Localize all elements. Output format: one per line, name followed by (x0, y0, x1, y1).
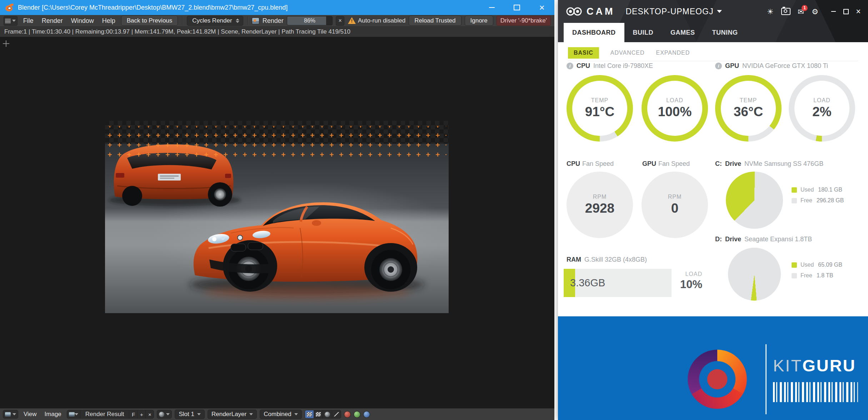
reload-trusted-button[interactable]: Reload Trusted (409, 16, 461, 26)
info-editor-icon (5, 19, 11, 23)
tab-games[interactable]: GAMES (662, 23, 704, 42)
editor-type-button[interactable] (4, 16, 18, 26)
footer-menu-image[interactable]: Image (42, 410, 64, 419)
hostname-dropdown[interactable]: DESKTOP-UPMEOGJ (626, 7, 722, 16)
divider (765, 344, 767, 414)
render-result-image (105, 121, 449, 313)
drive-d-pie (728, 248, 781, 301)
ram-header: RAM G.Skill 32GB (4x8GB) (567, 256, 647, 263)
draw-color-toggle[interactable] (314, 410, 323, 419)
cam-top-bar: CAM DESKTOP-UPMEOGJ ☀ ✉1 ⚙ × DASHBOARD B… (558, 0, 868, 42)
gpu-temp-value: 36°C (734, 104, 763, 119)
channel-red-toggle[interactable] (344, 411, 351, 418)
messages-icon[interactable]: ✉1 (798, 8, 804, 15)
zbuffer-icon (325, 412, 330, 417)
fake-user-button[interactable]: F (129, 410, 138, 419)
channel-green-toggle[interactable] (354, 411, 360, 418)
chevron-down-icon (294, 413, 298, 415)
editor-type-button[interactable] (3, 410, 18, 419)
cpu-name: Intel Core i9-7980XE (593, 62, 653, 70)
render-engine-select[interactable]: Cycles Render (187, 16, 243, 26)
image-name-field[interactable]: Render Result (80, 410, 130, 419)
maximize-button[interactable] (504, 0, 529, 15)
subtab-expanded[interactable]: EXPANDED (656, 47, 690, 59)
tab-dashboard[interactable]: DASHBOARD (564, 23, 624, 42)
drive-d-header: D: Drive Seagate Expansi 1.8TB (715, 236, 812, 243)
drive-d-name: Seagate Expansi 1.8TB (744, 236, 812, 243)
brightness-icon[interactable]: ☀ (767, 8, 774, 15)
checker-icon (307, 412, 312, 416)
minimize-button[interactable] (479, 0, 504, 15)
chevron-down-icon (13, 413, 16, 415)
ram-label: RAM (567, 256, 581, 263)
gpu-rpm-value: 0 (671, 201, 679, 216)
legend-used: Used180.1 GB (792, 187, 844, 193)
kitguru-logo-icon (684, 346, 751, 413)
render-stats-text: Frame:1 | Time:01:30.40 | Remaining:00:1… (4, 28, 350, 35)
tab-tuning[interactable]: TUNING (704, 23, 747, 42)
gpu-label: GPU (725, 62, 739, 70)
unlink-image-button[interactable]: × (145, 410, 154, 419)
draw-exposure-toggle[interactable] (332, 410, 341, 419)
render-progress-bar: 86% (287, 16, 333, 25)
cpu-label: CPU (577, 62, 590, 70)
used-swatch (792, 262, 797, 268)
legend-free: Free296.28 GB (792, 197, 844, 204)
gauge-label: LOAD (666, 97, 683, 104)
menu-render[interactable]: Render (39, 16, 65, 26)
cpu-load-gauge: LOAD100% (642, 75, 708, 142)
gpu-fan-gauge: RPM 0 (642, 172, 708, 238)
free-label: Free (800, 272, 812, 279)
2d-cursor-icon (3, 40, 9, 47)
drive-c-header: C: Drive NVMe Samsung SS 476GB (715, 160, 823, 168)
subtab-advanced[interactable]: ADVANCED (610, 47, 645, 59)
slot-select[interactable]: Slot 1 (175, 410, 204, 419)
cam-minimize-button[interactable] (829, 8, 837, 15)
camera-icon[interactable] (781, 8, 790, 15)
back-to-previous-button[interactable]: Back to Previous (121, 16, 178, 26)
gauge-label: TEMP (591, 97, 608, 104)
tab-build[interactable]: BUILD (624, 23, 662, 42)
blender-window: Blender [C:\Users\Corey McThreadripper\D… (0, 0, 554, 420)
pivot-button[interactable] (157, 410, 172, 419)
channel-blue-toggle[interactable] (363, 411, 370, 418)
ram-name: G.Skill 32GB (4x8GB) (584, 256, 647, 263)
renderlayer-select[interactable]: RenderLayer (208, 410, 257, 419)
renderpass-select[interactable]: Combined (260, 410, 302, 419)
cpu-fan-bold: CPU (567, 160, 580, 168)
barcode (773, 382, 858, 402)
gpu-load-value: 2% (812, 104, 831, 119)
render-tile-markers (107, 126, 447, 162)
render-label: Render (263, 17, 284, 25)
engine-value: Cycles Render (192, 17, 232, 24)
menu-window[interactable]: Window (69, 16, 96, 26)
settings-gear-icon[interactable]: ⚙ (812, 8, 818, 15)
close-button[interactable]: × (529, 0, 554, 15)
chevron-down-icon (166, 413, 170, 415)
progress-text: 86% (287, 16, 333, 25)
chevron-down-icon (12, 20, 16, 22)
cancel-render-button[interactable]: × (336, 16, 344, 26)
ignore-button[interactable]: Ignore (465, 16, 493, 26)
legend-used: Used65.09 GB (792, 262, 842, 268)
cpu-load-value: 100% (658, 104, 692, 119)
image-editor-viewport (0, 37, 554, 409)
draw-alpha-toggle[interactable] (305, 410, 314, 419)
minimize-icon (489, 7, 495, 8)
browse-image-button[interactable] (67, 410, 80, 419)
menu-file[interactable]: File (21, 16, 36, 26)
blender-header: File Render Window Help Back to Previous… (0, 15, 554, 26)
image-editor-header: View Image Render Result F + × Slot 1 Re… (0, 408, 554, 420)
subtab-basic[interactable]: BASIC (568, 47, 599, 59)
draw-zbuffer-toggle[interactable] (323, 410, 332, 419)
layer-value: RenderLayer (211, 411, 246, 418)
menu-help[interactable]: Help (100, 16, 118, 26)
blender-logo-icon (4, 3, 14, 13)
new-image-button[interactable]: + (137, 410, 146, 419)
footer-menu-view[interactable]: View (21, 410, 39, 419)
divider (568, 61, 858, 61)
cam-close-button[interactable]: × (854, 8, 862, 15)
cam-wordmark: CAM (587, 6, 615, 17)
cam-maximize-button[interactable] (842, 8, 850, 15)
ram-value: 3.36GB (570, 269, 605, 297)
